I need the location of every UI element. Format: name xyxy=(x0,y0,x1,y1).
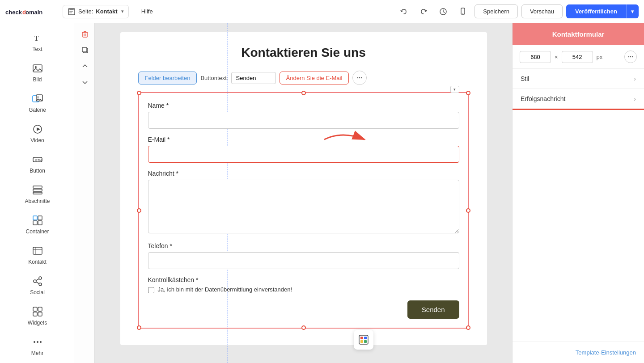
mehr-icon xyxy=(31,336,44,348)
svg-point-39 xyxy=(34,341,35,343)
resize-handle-bc[interactable] xyxy=(301,325,306,330)
move-down-button[interactable] xyxy=(78,75,92,89)
sidebar-item-social[interactable]: Social xyxy=(3,270,72,300)
page-selector[interactable]: Seite: Kontakt ▾ xyxy=(63,5,129,18)
sidebar-item-widgets[interactable]: Widgets xyxy=(3,301,72,330)
canvas-left-toolbar xyxy=(75,23,95,363)
email-input[interactable] xyxy=(148,146,459,163)
move-up-button[interactable] xyxy=(78,59,92,73)
svg-point-56 xyxy=(628,56,629,57)
checkbox-label: Ja, ich bin mit der Datenübermittlung ei… xyxy=(158,286,292,293)
sidebar-item-mehr[interactable]: Mehr xyxy=(3,331,72,361)
redo-button[interactable] xyxy=(415,4,432,20)
kontrollkaestchen-label: Kontrollkästchen * xyxy=(148,276,459,283)
svg-rect-37 xyxy=(33,312,37,316)
svg-point-41 xyxy=(40,341,42,343)
collapse-button[interactable]: ▾ xyxy=(450,86,459,93)
design-palette-button[interactable] xyxy=(354,330,373,350)
container-icon xyxy=(31,214,44,227)
undo-button[interactable] xyxy=(396,4,412,20)
email-label: E-Mail * xyxy=(148,136,459,143)
svg-rect-53 xyxy=(364,337,367,339)
logo: check d omain xyxy=(5,5,59,18)
form-title: Kontaktieren Sie uns xyxy=(138,46,469,60)
svg-text:omain: omain xyxy=(25,9,42,16)
kontakt-icon xyxy=(31,245,44,257)
page-content: Kontaktieren Sie uns Felder bearbeiten B… xyxy=(120,32,487,345)
hilfe-link[interactable]: Hilfe xyxy=(141,8,153,15)
sidebar-item-container-label: Container xyxy=(25,228,49,235)
sidebar-item-abschnitte[interactable]: Abschnitte xyxy=(3,179,72,209)
email-field: E-Mail * xyxy=(148,136,459,163)
sidebar-item-abschnitte-label: Abschnitte xyxy=(25,198,50,204)
telefon-input[interactable] xyxy=(148,252,459,269)
erfolgsnachricht-chevron-icon: › xyxy=(634,95,636,102)
resize-handle-bl[interactable] xyxy=(137,325,141,330)
resize-handle-br[interactable] xyxy=(466,325,470,330)
template-einstellungen-button[interactable]: Template-Einstellungen xyxy=(576,349,636,356)
svg-rect-6 xyxy=(69,13,72,13)
vorschau-button[interactable]: Vorschau xyxy=(521,4,563,18)
veroeffentlichen-more-button[interactable]: ▾ xyxy=(626,4,639,18)
sidebar-item-video[interactable]: Video xyxy=(3,118,72,148)
svg-rect-11 xyxy=(33,65,42,72)
dims-more-button[interactable] xyxy=(624,51,637,63)
sidebar-item-button[interactable]: BTN Button xyxy=(3,149,72,178)
button-icon: BTN xyxy=(31,153,44,166)
abschnitte-icon xyxy=(31,184,44,196)
svg-point-48 xyxy=(359,77,360,78)
widgets-icon xyxy=(31,305,44,318)
stil-section[interactable]: Stil › xyxy=(513,69,644,89)
resize-handle-mr[interactable] xyxy=(466,208,470,213)
sidebar-item-social-label: Social xyxy=(30,289,45,295)
name-field: Name * xyxy=(148,102,459,129)
senden-button[interactable]: Senden xyxy=(407,300,459,319)
sidebar-item-text[interactable]: T Text xyxy=(3,27,72,57)
svg-marker-17 xyxy=(37,127,40,131)
svg-line-34 xyxy=(36,279,39,281)
checkbox-input[interactable] xyxy=(148,287,154,293)
resize-handle-ml[interactable] xyxy=(137,208,141,213)
erfolgsnachricht-section[interactable]: Erfolgsnachricht › xyxy=(513,89,644,110)
page-name: Kontakt xyxy=(96,8,117,15)
aendern-email-button[interactable]: Ändern Sie die E-Mail xyxy=(280,72,349,84)
width-input[interactable] xyxy=(520,51,551,63)
svg-point-58 xyxy=(632,56,633,57)
resize-handle-tl[interactable] xyxy=(137,91,141,95)
speichern-button[interactable]: Speichern xyxy=(475,4,518,18)
galerie-icon xyxy=(31,93,44,105)
telefon-field: Telefon * xyxy=(148,242,459,269)
buttontext-group: Buttontext: xyxy=(200,72,275,84)
resize-handle-tc[interactable] xyxy=(301,91,306,95)
felder-bearbeiten-button[interactable]: Felder bearbeiten xyxy=(138,72,197,84)
svg-rect-21 xyxy=(33,189,42,191)
sidebar-item-galerie-label: Galerie xyxy=(29,107,46,113)
veroeffentlichen-button[interactable]: Veröffentlichen xyxy=(566,4,626,18)
svg-point-49 xyxy=(361,77,362,78)
name-input[interactable] xyxy=(148,112,459,129)
sidebar-item-container[interactable]: Container xyxy=(3,210,72,239)
history-button[interactable] xyxy=(435,4,451,20)
svg-rect-27 xyxy=(33,247,42,254)
delete-element-button[interactable] xyxy=(78,27,92,41)
sidebar-item-widgets-label: Widgets xyxy=(28,320,47,326)
buttontext-input[interactable] xyxy=(231,72,276,84)
right-panel-title: Kontaktformular xyxy=(521,30,636,38)
resize-handle-tr[interactable] xyxy=(466,91,470,95)
sidebar-item-bild[interactable]: Bild xyxy=(3,58,72,87)
height-input[interactable] xyxy=(562,51,593,63)
name-label: Name * xyxy=(148,102,459,109)
bild-icon xyxy=(31,62,44,75)
nachricht-textarea[interactable] xyxy=(148,180,459,233)
page-label: Seite: xyxy=(78,8,93,15)
stil-chevron-icon: › xyxy=(634,75,636,82)
form-more-button[interactable] xyxy=(352,71,367,85)
topbar: check d omain Seite: Kontakt ▾ Hilfe xyxy=(0,0,644,23)
svg-point-31 xyxy=(34,280,36,283)
mobile-view-button[interactable] xyxy=(455,4,471,20)
sidebar-item-kontakt[interactable]: Kontakt xyxy=(3,240,72,270)
svg-point-15 xyxy=(37,97,38,98)
duplicate-element-button[interactable] xyxy=(78,43,92,57)
sidebar-item-galerie[interactable]: Galerie xyxy=(3,88,72,118)
svg-rect-51 xyxy=(359,335,368,344)
